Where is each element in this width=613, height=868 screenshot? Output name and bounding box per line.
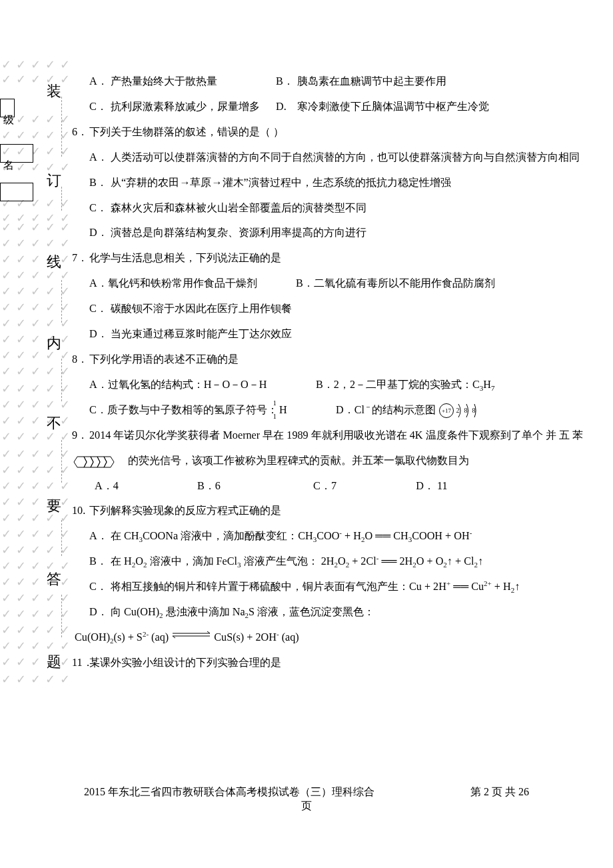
q10-B-label: B． xyxy=(89,549,107,575)
q8-B-label: B． xyxy=(316,373,334,398)
q9-num: 9． xyxy=(72,423,88,449)
left-label-a: 级 xyxy=(3,113,14,127)
q8-A-label: A． xyxy=(89,373,108,398)
q10-B: 在 H2O2 溶液中，滴加 FeCl3 溶液产生气泡： 2H2O2 + 2Cl-… xyxy=(111,549,605,575)
q8-A: 过氧化氢的结构式：H－O－O－H xyxy=(108,373,267,398)
bg-check-row: ✓ ✓ ✓ ✓ ✓ xyxy=(1,236,60,251)
q10-D: 向 Cu(OH)2 悬浊液中滴加 Na2S 溶液，蓝色沉淀变黑色： xyxy=(111,600,605,625)
q10-D-label: D． xyxy=(89,600,108,625)
bg-check-row: ✓ ✓ ✓ ✓ ✓ xyxy=(1,284,60,299)
q10-A-label: A． xyxy=(89,524,108,549)
q10-A: 在 CH3COONa 溶液中，滴加酚酞变红：CH3COO- + H2O ══ C… xyxy=(111,524,605,549)
q10-stem: 下列解释实验现象的反应方程式正确的是 xyxy=(89,499,605,524)
q5-B-label: B． xyxy=(276,69,297,95)
bg-check-row: ✓ ✓ ✓ ✓ ✓ xyxy=(1,591,60,605)
seal-char: 线 xyxy=(47,252,61,272)
q9-C-label: C． xyxy=(313,480,331,492)
atom-diagram-icon: +17 2 8 8 xyxy=(438,401,480,420)
q11-stem: 某课外实验小组设计的下列实验合理的是 xyxy=(89,651,605,676)
svg-marker-8 xyxy=(97,457,107,467)
q7-num: 7． xyxy=(72,246,88,271)
bg-check-row: ✓ ✓ ✓ ✓ ✓ xyxy=(1,672,60,687)
q7-D: 当光束通过稀豆浆时能产生丁达尔效应 xyxy=(111,322,605,347)
bg-check-row: ✓ ✓ ✓ ✓ ✓ xyxy=(1,316,60,331)
seal-char: 订 xyxy=(47,171,61,191)
q9-stem: 2014 年诺贝尔化学奖获得者 Moerner 早在 1989 年就利用吸收光谱… xyxy=(72,429,583,467)
bg-check-row: ✓ ✓ ✓ ✓ ✓ xyxy=(1,527,60,541)
bg-check-row: ✓ ✓ ✓ ✓ ✓ xyxy=(1,397,60,412)
q6-D: 演替总是向群落结构复杂、资源利用率提高的方向进行 xyxy=(111,221,605,246)
q10-num: 10. xyxy=(72,499,85,524)
bg-check-row: ✓ ✓ ✓ ✓ ✓ xyxy=(1,128,60,143)
q5-A: 产热量始终大于散热量 xyxy=(111,69,217,95)
q9-B: 6 xyxy=(215,480,221,492)
bg-check-row: ✓ ✓ ✓ ✓ ✓ xyxy=(1,479,60,493)
seal-char: 答 xyxy=(47,569,61,589)
q9-C: 7 xyxy=(331,480,336,492)
q6-C-label: C． xyxy=(89,196,107,221)
svg-text:2: 2 xyxy=(456,407,460,414)
q7-stem: 化学与生活息息相关，下列说法正确的是 xyxy=(89,246,605,271)
q7-D-label: D． xyxy=(89,322,108,347)
bg-check-row: ✓ ✓ ✓ ✓ ✓ xyxy=(1,543,60,557)
bg-check-row: ✓ ✓ ✓ ✓ ✓ xyxy=(1,447,60,461)
page-footer: 2015 年东北三省四市教研联合体高考模拟试卷（三）理科综合 第 2 页 共 2… xyxy=(0,785,613,813)
footer-title: 2015 年东北三省四市教研联合体高考模拟试卷（三）理科综合 xyxy=(84,785,374,799)
seal-char: 装 xyxy=(47,81,61,101)
q5-D: 寒冷刺激使下丘脑体温调节中枢产生冷觉 xyxy=(297,95,489,120)
q6-C: 森林火灾后和森林被火山岩全部覆盖后的演替类型不同 xyxy=(111,196,605,221)
q6-B: 从“弃耕的农田→草原→灌木”演替过程中，生态系统的抵抗力稳定性增强 xyxy=(111,171,605,196)
seal-char: 内 xyxy=(47,333,61,353)
q5-C-label: C． xyxy=(89,95,111,120)
q7-B-label: B． xyxy=(296,271,314,297)
svg-text:+17: +17 xyxy=(442,407,452,414)
bg-check-row: ✓ ✓ ✓ ✓ ✓ xyxy=(1,364,60,379)
q6-A: 人类活动可以使群落演替的方向不同于自然演替的方向，也可以使群落演替方向与自然演替… xyxy=(111,145,605,171)
q9-D: 11 xyxy=(434,480,448,492)
q7-B: 二氧化硫有毒所以不能用作食品防腐剂 xyxy=(314,271,495,297)
q5-A-label: A． xyxy=(89,69,111,95)
svg-marker-9 xyxy=(104,457,114,467)
q9-A-label: A． xyxy=(95,480,113,492)
q8-num: 8． xyxy=(72,347,88,373)
bg-check-row: ✓ ✓ ✓ ✓ ✓ xyxy=(1,639,60,653)
q9-A: 4 xyxy=(113,480,119,492)
q6-stem: 下列关于生物群落的叙述，错误的是（ ） xyxy=(89,120,605,145)
bg-check-row: ✓ ✓ ✓ ✓ ✓ xyxy=(1,381,60,396)
q8-B: 2，2－二甲基丁烷的实验式：C3H7 xyxy=(334,373,495,398)
bg-check-row: ✓ ✓ ✓ ✓ ✓ xyxy=(1,57,60,72)
q7-C: 碳酸钡不溶于水因此在医疗上用作钡餐 xyxy=(111,297,605,322)
q5-B: 胰岛素在血糖调节中起主要作用 xyxy=(297,69,446,95)
svg-text:8: 8 xyxy=(472,407,476,414)
q6-D-label: D． xyxy=(89,221,108,246)
q6-num: 6． xyxy=(72,120,88,145)
q7-A: 氧化钙和铁粉常用作食品干燥剂 xyxy=(108,271,257,297)
left-label-b: 名 xyxy=(3,159,14,173)
q5-D-label: D. xyxy=(276,95,297,120)
bg-check-row: ✓ ✓ ✓ ✓ ✓ xyxy=(1,220,60,235)
q8-D: Cl－的结构示意图 +17 2 xyxy=(354,398,480,423)
q7-C-label: C． xyxy=(89,297,107,322)
q8-D-label: D． xyxy=(336,398,354,423)
q10-D-eq: Cu(OH)2(s) + S2- (aq) CuS(s) + 2OH- (aq) xyxy=(75,625,605,651)
q10-C-label: C． xyxy=(89,575,107,600)
bg-check-row: ✓ ✓ ✓ ✓ ✓ xyxy=(1,300,60,315)
exam-content: A．产热量始终大于散热量 B．胰岛素在血糖调节中起主要作用 C．抗利尿激素释放减… xyxy=(72,69,605,676)
bg-check-row: ✓ ✓ ✓ ✓ ✓ xyxy=(1,463,60,477)
q9-D-label: D． xyxy=(416,480,434,492)
svg-marker-7 xyxy=(91,457,100,467)
q11-num: 11． xyxy=(72,651,93,676)
svg-marker-6 xyxy=(84,457,93,467)
pentacene-diagram-icon xyxy=(72,454,125,469)
seal-char: 不 xyxy=(47,413,61,433)
q8-C-label: C． xyxy=(89,398,107,423)
seal-char: 题 xyxy=(47,652,61,672)
q6-A-label: A． xyxy=(89,145,108,171)
svg-text:8: 8 xyxy=(464,407,468,414)
q8-C: 质子数与中子数相等的氢原子符号：H11 xyxy=(107,398,287,423)
seal-char: 要 xyxy=(47,496,61,516)
q10-C: 将相互接触的铜片和锌片置于稀硫酸中，铜片表面有气泡产生：Cu + 2H+ ══ … xyxy=(111,575,605,600)
bg-check-row: ✓ ✓ ✓ ✓ ✓ xyxy=(1,623,60,637)
q7-A-label: A． xyxy=(89,271,108,297)
q8-stem: 下列化学用语的表述不正确的是 xyxy=(89,347,605,373)
